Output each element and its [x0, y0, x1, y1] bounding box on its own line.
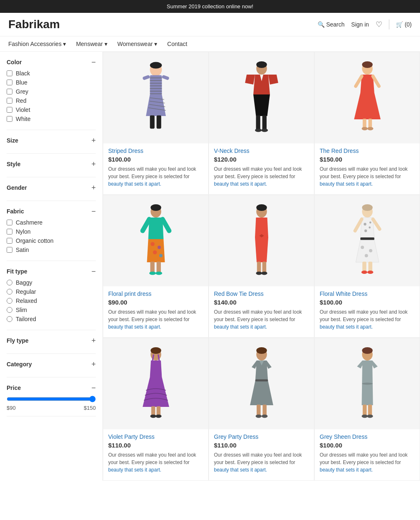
label-nylon[interactable]: Nylon — [16, 228, 31, 235]
product-name-4: Red Bow Tie Dress — [209, 290, 314, 297]
svg-point-89 — [150, 414, 156, 418]
wishlist-icon[interactable]: ♡ — [376, 20, 382, 29]
label-blue[interactable]: Blue — [16, 79, 27, 86]
label-white[interactable]: White — [16, 116, 31, 122]
radio-tailored[interactable] — [7, 316, 12, 322]
nav-menswear[interactable]: Menswear ▾ — [76, 41, 107, 47]
price-slider[interactable] — [7, 396, 96, 402]
label-relaxed[interactable]: Relaxed — [16, 297, 37, 304]
checkbox-nylon[interactable] — [7, 229, 12, 235]
label-satin[interactable]: Satin — [16, 247, 29, 253]
product-desc-link-2[interactable]: beauty that sets it apart. — [320, 181, 373, 187]
product-name-0: Striped Dress — [103, 148, 208, 154]
product-desc-link-0[interactable]: beauty that sets it apart. — [108, 181, 161, 187]
product-desc-link-5[interactable]: beauty that sets it apart. — [320, 324, 373, 330]
search-link[interactable]: 🔍 Search — [318, 21, 345, 28]
product-price-8: $100.00 — [315, 442, 420, 449]
product-name-5: Floral White Dress — [315, 290, 420, 297]
cart-link[interactable]: 🛒 (0) — [396, 21, 412, 28]
product-card-3[interactable]: Floral print dress $90.00 Our dresses wi… — [103, 195, 209, 338]
product-desc-link-3[interactable]: beauty that sets it apart. — [108, 324, 161, 330]
product-price-2: $150.00 — [315, 156, 420, 163]
radio-relaxed[interactable] — [7, 298, 12, 304]
filter-price-header[interactable]: Price − — [7, 384, 96, 392]
filter-gender-toggle[interactable]: + — [91, 184, 96, 191]
filter-fabric: Fabric − Cashmere Nylon Organic cotton S… — [7, 208, 96, 261]
product-card-7[interactable]: Grey Party Dress $110.00 Our dresses wil… — [209, 338, 314, 481]
product-desc-link-4[interactable]: beauty that sets it apart. — [214, 324, 267, 330]
nav-fashion-accessories[interactable]: Fashion Accessories ▾ — [8, 41, 66, 47]
filter-fit-type-header[interactable]: Fit type − — [7, 268, 96, 275]
product-card-8[interactable]: Grey Sheen Dress $100.00 Our dresses wil… — [314, 338, 420, 481]
filter-fabric-toggle[interactable]: − — [91, 208, 96, 215]
filter-size-toggle[interactable]: + — [91, 137, 96, 144]
svg-point-68 — [364, 230, 367, 232]
filter-price-toggle[interactable]: − — [91, 384, 96, 392]
label-tailored[interactable]: Tailored — [16, 316, 36, 322]
filter-fabric-header[interactable]: Fabric − — [7, 208, 96, 215]
filter-fit-type-toggle[interactable]: − — [91, 268, 96, 275]
label-black[interactable]: Black — [16, 70, 30, 77]
checkbox-blue[interactable] — [7, 80, 12, 85]
checkbox-black[interactable] — [7, 70, 12, 76]
filter-color-header[interactable]: Color − — [7, 58, 96, 66]
svg-rect-70 — [360, 237, 374, 240]
filter-category-toggle[interactable]: + — [91, 360, 96, 368]
label-slim[interactable]: Slim — [16, 307, 27, 313]
svg-point-53 — [155, 271, 162, 275]
svg-point-44 — [151, 242, 155, 246]
nav-fashion-accessories-label: Fashion Accessories — [8, 41, 61, 47]
radio-regular[interactable] — [7, 289, 12, 295]
checkbox-white[interactable] — [7, 116, 12, 122]
svg-line-49 — [163, 219, 169, 231]
radio-baggy[interactable] — [7, 280, 12, 285]
label-regular[interactable]: Regular — [16, 288, 36, 295]
nav-contact[interactable]: Contact — [167, 41, 187, 47]
nav-womenswear[interactable]: Womenswear ▾ — [117, 41, 157, 47]
product-desc-link-7[interactable]: beauty that sets it apart. — [214, 467, 267, 473]
filter-fly-type-toggle[interactable]: + — [91, 337, 96, 344]
svg-point-101 — [255, 414, 261, 418]
product-image-5 — [315, 195, 420, 286]
product-card-2[interactable]: The Red Dress $150.00 Our dresses will m… — [314, 52, 420, 195]
filter-color-toggle[interactable]: − — [91, 58, 96, 66]
svg-marker-107 — [372, 360, 378, 368]
product-card-4[interactable]: Red Bow Tie Dress $140.00 Our dresses wi… — [209, 195, 314, 338]
checkbox-grey[interactable] — [7, 89, 12, 94]
product-image-8 — [315, 338, 420, 429]
logo[interactable]: Fabrikam — [8, 18, 318, 31]
svg-rect-50 — [150, 261, 154, 273]
filter-style-header[interactable]: Style + — [7, 160, 96, 168]
checkbox-cashmere[interactable] — [7, 220, 12, 225]
product-card-5[interactable]: Floral White Dress $100.00 Our dresses w… — [314, 195, 420, 338]
svg-point-29 — [261, 128, 268, 132]
svg-point-72 — [361, 246, 364, 249]
radio-slim[interactable] — [7, 307, 12, 313]
product-desc-link-6[interactable]: beauty that sets it apart. — [108, 467, 161, 473]
filter-gender: Gender + — [7, 184, 96, 201]
checkbox-red[interactable] — [7, 98, 12, 104]
product-desc-link-8[interactable]: beauty that sets it apart. — [320, 467, 373, 473]
product-card-0[interactable]: Striped Dress $100.00 Our dresses will m… — [103, 52, 209, 195]
label-violet[interactable]: Violet — [16, 106, 30, 113]
checkbox-satin[interactable] — [7, 247, 12, 253]
product-desc-link-1[interactable]: beauty that sets it apart. — [214, 181, 267, 187]
filter-category-label: Category — [7, 361, 32, 368]
label-grey[interactable]: Grey — [16, 88, 28, 95]
checkbox-violet[interactable] — [7, 107, 12, 113]
filter-fly-type-header[interactable]: Fly type + — [7, 337, 96, 344]
cart-count: (0) — [405, 21, 412, 28]
label-cashmere[interactable]: Cashmere — [16, 219, 43, 226]
label-organic-cotton[interactable]: Organic cotton — [16, 237, 53, 244]
svg-point-45 — [158, 246, 161, 249]
filter-category-header[interactable]: Category + — [7, 360, 96, 368]
filter-gender-header[interactable]: Gender + — [7, 184, 96, 191]
signin-link[interactable]: Sign in — [351, 21, 369, 28]
label-baggy[interactable]: Baggy — [16, 279, 32, 286]
filter-style-toggle[interactable]: + — [91, 160, 96, 168]
product-card-1[interactable]: V-Neck Dress $120.00 Our dresses will ma… — [209, 52, 314, 195]
label-red[interactable]: Red — [16, 97, 27, 104]
product-card-6[interactable]: Violet Party Dress $110.00 Our dresses w… — [103, 338, 209, 481]
checkbox-organic-cotton[interactable] — [7, 238, 12, 244]
filter-size-header[interactable]: Size + — [7, 137, 96, 144]
